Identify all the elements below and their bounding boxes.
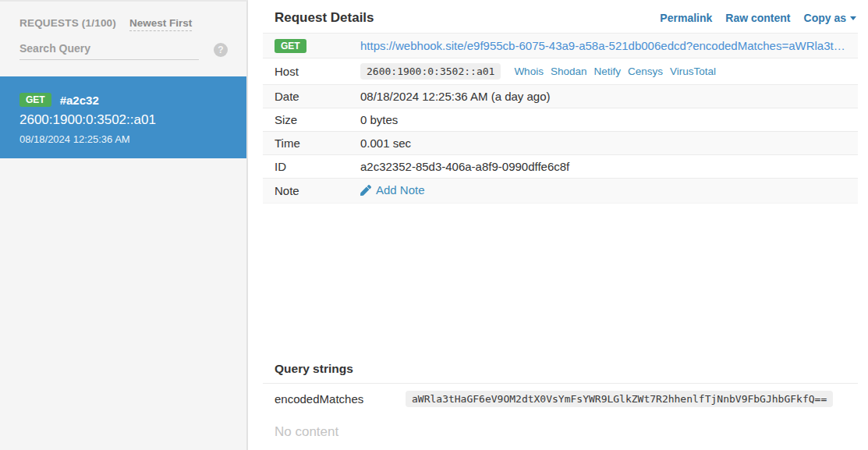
host-lookup-links: WhoisShodanNetifyCensysVirusTotal (507, 64, 716, 77)
method-badge: GET (19, 93, 51, 107)
permalink-link[interactable]: Permalink (660, 12, 712, 24)
sort-order-toggle[interactable]: Newest First (129, 17, 192, 31)
date-value: 08/18/2024 12:25:36 AM (a day ago) (360, 85, 858, 108)
table-row-note: Note Add Note (263, 179, 858, 204)
search-input[interactable] (19, 40, 199, 60)
size-label: Size (263, 108, 360, 132)
query-strings-section: Query strings encodedMatches aWRla3tHaGF… (263, 362, 858, 440)
request-details-table: GET https://webhook.site/e9f955cb-6075-4… (263, 33, 858, 204)
shodan-link[interactable]: Shodan (551, 66, 587, 77)
header-actions: Permalink Raw content Copy as (647, 12, 856, 24)
time-label: Time (263, 132, 360, 155)
help-icon[interactable]: ? (214, 43, 228, 57)
size-value: 0 bytes (360, 108, 858, 132)
requests-count-label: REQUESTS (1/100) (19, 17, 116, 29)
raw-content-link[interactable]: Raw content (725, 12, 790, 24)
id-value: a2c32352-85d3-406a-a8f9-0990dffe6c8f (360, 155, 858, 179)
table-row-time: Time 0.001 sec (263, 132, 858, 155)
query-strings-title: Query strings (263, 362, 858, 384)
virustotal-link[interactable]: VirusTotal (670, 66, 716, 77)
table-row-url: GET https://webhook.site/e9f955cb-6075-4… (263, 34, 858, 58)
request-details-panel: Request Details Permalink Raw content Co… (250, 0, 868, 450)
chevron-down-icon (850, 16, 856, 20)
table-row-date: Date 08/18/2024 12:25:36 AM (a day ago) (263, 85, 858, 108)
netify-link[interactable]: Netify (593, 66, 621, 77)
query-param-name: encodedMatches (263, 384, 406, 414)
request-url-link[interactable]: https://webhook.site/e9f955cb-6075-43a9-… (360, 39, 852, 52)
requests-sidebar: REQUESTS (1/100) Newest First ? GET #a2c… (0, 0, 248, 450)
request-timestamp: 08/18/2024 12:25:36 AM (19, 133, 228, 145)
table-row-size: Size 0 bytes (263, 108, 858, 132)
date-label: Date (263, 85, 360, 108)
request-list-item[interactable]: GET #a2c32 2600:1900:0:3502::a01 08/18/2… (0, 76, 246, 158)
add-note-link[interactable]: Add Note (360, 183, 425, 197)
host-value: 2600:1900:0:3502::a01 (360, 63, 501, 80)
censys-link[interactable]: Censys (628, 66, 663, 77)
query-param-value: aWRla3tHaGF6eV9OM2dtX0VsYmFsYWR9LGlkZWt7… (406, 391, 833, 407)
query-strings-table: encodedMatches aWRla3tHaGF6eV9OM2dtX0VsY… (263, 384, 858, 414)
table-row-id: ID a2c32352-85d3-406a-a8f9-0990dffe6c8f (263, 155, 858, 179)
add-note-label: Add Note (376, 183, 425, 197)
note-label: Note (263, 179, 360, 204)
time-value: 0.001 sec (360, 132, 858, 155)
empty-state-text: No content (275, 424, 858, 440)
whois-link[interactable]: Whois (514, 66, 544, 77)
page-title: Request Details (275, 10, 374, 26)
table-row-host: Host 2600:1900:0:3502::a01WhoisShodanNet… (263, 58, 858, 85)
pencil-icon (360, 185, 371, 196)
copy-as-label: Copy as (804, 12, 846, 24)
request-short-id: #a2c32 (60, 94, 99, 107)
copy-as-dropdown[interactable]: Copy as (804, 12, 856, 24)
request-ip: 2600:1900:0:3502::a01 (19, 112, 228, 128)
host-label: Host (263, 58, 360, 85)
id-label: ID (263, 155, 360, 179)
sidebar-header: REQUESTS (1/100) Newest First ? (0, 2, 246, 60)
query-param-row: encodedMatches aWRla3tHaGF6eV9OM2dtX0VsY… (263, 384, 858, 414)
method-badge: GET (275, 39, 306, 53)
